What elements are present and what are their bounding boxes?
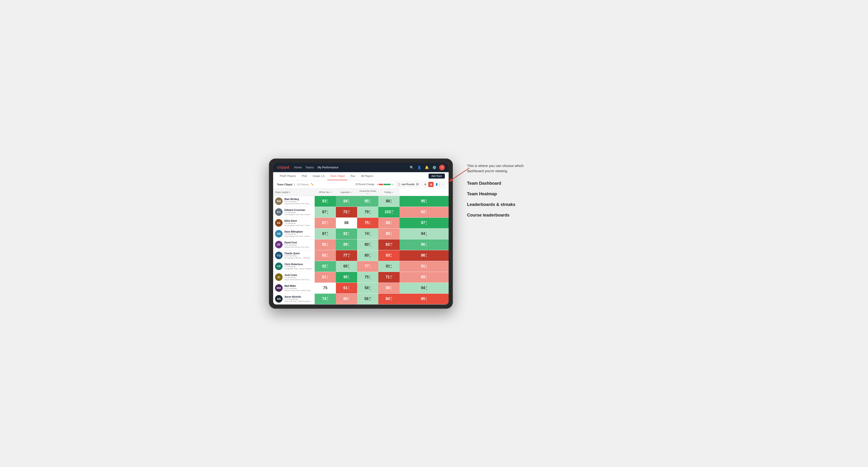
- metric-value: 87: [322, 221, 327, 225]
- metric-inner: 95 9 ▲: [400, 196, 448, 207]
- metric-cell: 79 9 ▲: [357, 207, 378, 217]
- sub-nav-team-clippd[interactable]: Team Clippd: [328, 172, 347, 180]
- table-row[interactable]: EE Elliot Ebert 1-5 Handicap Sunningdale…: [273, 217, 448, 228]
- table-row[interactable]: DF David Ford Plus Handicap Royal North …: [273, 239, 448, 250]
- metric-change: 3 ▼: [327, 275, 328, 279]
- metric-cell: 86 6 ▼: [378, 217, 400, 228]
- bar-red: [379, 184, 383, 185]
- player-avatar: MM: [275, 284, 283, 292]
- player-handicap: Plus Handicap: [284, 244, 313, 246]
- separator: |: [294, 183, 295, 186]
- sub-nav-hcaps[interactable]: Hcaps 1-5: [310, 172, 328, 180]
- metric-change: 2 ▲: [369, 275, 371, 279]
- sub-nav-all-players[interactable]: All Players: [358, 172, 376, 180]
- table-row[interactable]: CQ Charlie Quick 6-10 Handicap St. Georg…: [273, 250, 448, 261]
- metric-change: 9 ▲: [426, 199, 427, 203]
- table-row[interactable]: EC Edward Crossman 1-5 Handicap Sunningd…: [273, 207, 448, 217]
- col-header-approach: Approach —: [336, 189, 357, 196]
- tablet-frame: clippd Home Teams My Performance 🔍 👤 🔔 ⚙…: [269, 158, 453, 309]
- metric-inner: 95 8 ▲: [336, 272, 357, 283]
- metric-change: 2 ▲: [348, 264, 349, 268]
- player-handicap: 1-5 Handicap: [284, 266, 312, 268]
- metric-cell: 84 6 ▲: [336, 196, 357, 207]
- metric-value: 81: [386, 264, 390, 269]
- last-rounds-label: Last Rounds:: [401, 183, 415, 186]
- metric-inner: 86 8 ▼: [400, 250, 448, 261]
- metric-change: 3 ▲: [327, 264, 328, 268]
- metric-cell: 74 8 ▲: [315, 293, 336, 304]
- player-name: Josh Coles: [284, 274, 313, 276]
- table-row[interactable]: BM Blair McHarg Plus Handicap Royal Nort…: [273, 196, 448, 207]
- search-icon[interactable]: 🔍: [409, 165, 414, 170]
- sub-nav-pga[interactable]: PGA: [299, 172, 310, 180]
- table-row[interactable]: JC Josh Coles 1-5 Handicap Royal North D…: [273, 272, 448, 283]
- metric-cell: 83 3 ▼: [315, 250, 336, 261]
- view-person-btn[interactable]: 👤: [434, 182, 439, 187]
- settings-icon[interactable]: ⚙️: [432, 165, 437, 170]
- metric-inner: 83 10 ▼: [378, 239, 400, 250]
- metric-change: 1 ▲: [426, 232, 427, 236]
- annotation-item-3: Course leaderboards: [467, 213, 533, 218]
- player-name: Dave Billingham: [284, 230, 313, 233]
- metric-inner: 82 3 ▲: [315, 261, 336, 272]
- metric-inner: 77 14 ▼: [336, 250, 357, 261]
- metric-cell: 81 4 ▲: [378, 261, 400, 272]
- view-grid-btn[interactable]: ⊞: [423, 182, 428, 187]
- view-heatmap-btn[interactable]: ▦: [428, 182, 434, 187]
- sub-nav-tour[interactable]: Tour: [347, 172, 358, 180]
- metric-value: 84: [385, 297, 390, 301]
- metric-inner: 87 4 ▲: [315, 228, 336, 239]
- table-row[interactable]: DB Dave Billingham 1-5 Handicap Gog Mago…: [273, 228, 448, 239]
- metric-inner: 88: [336, 218, 357, 228]
- metric-value: 73: [343, 210, 347, 214]
- nav-home[interactable]: Home: [294, 165, 302, 169]
- user-icon[interactable]: 👤: [416, 165, 422, 170]
- metric-value: 94: [421, 231, 425, 236]
- metric-value: 82: [343, 231, 348, 236]
- data-table: Player Quality ▾ Off the Tee — Approach …: [273, 189, 448, 305]
- player-name: Blair McHarg: [284, 198, 313, 200]
- player-avatar: EE: [275, 219, 283, 227]
- sub-nav-pgat[interactable]: PGAT Players: [277, 172, 299, 180]
- metric-cell: 97 5 ▲: [400, 217, 448, 228]
- table-row[interactable]: AN Aaron Nicholls 11-15 Handicap Drift G…: [273, 293, 448, 304]
- table-row[interactable]: CR Chris Robertson 1-5 Handicap Craigmil…: [273, 261, 448, 272]
- nav-my-performance[interactable]: My Performance: [317, 165, 338, 169]
- metric-cell: 75 3 ▼: [357, 217, 378, 228]
- player-handicap: 6-10 Handicap: [284, 287, 313, 289]
- metric-inner: 88 1 ▼: [378, 196, 400, 207]
- metric-value: 75: [365, 221, 369, 225]
- metric-inner: 84 21 ▲: [378, 294, 400, 304]
- metric-cell: 87 1 ▲: [315, 207, 336, 217]
- player-cell: CQ Charlie Quick 6-10 Handicap St. Georg…: [273, 250, 315, 261]
- last-rounds-button[interactable]: 📋 Last Rounds: 20: [395, 182, 421, 187]
- metric-value: 81: [322, 275, 327, 279]
- player-cell: MM Matt Miller 6-10 Handicap Woburn Golf…: [273, 283, 315, 293]
- metric-cell: 95 9 ▲: [400, 196, 448, 207]
- metric-cell: 94 3 ▲: [400, 283, 448, 293]
- metric-change: 3 ▲: [426, 286, 427, 290]
- add-team-button[interactable]: Add Team: [429, 174, 445, 179]
- metric-value: 92: [421, 210, 425, 214]
- table-row[interactable]: MM Matt Miller 6-10 Handicap Woburn Golf…: [273, 283, 448, 293]
- metric-change: 3 ▼: [327, 253, 328, 257]
- team-name: Team Clippd: [277, 183, 292, 186]
- bell-icon[interactable]: 🔔: [424, 165, 429, 170]
- metric-inner: 81 4 ▲: [378, 261, 400, 272]
- col-header-putting: Putting —: [378, 189, 400, 196]
- metric-cell: 82 4 ▲: [336, 228, 357, 239]
- metric-inner: 89 7 ▲: [336, 239, 357, 250]
- metric-cell: 58 4 ▲: [357, 283, 378, 293]
- nav-teams[interactable]: Teams: [305, 165, 314, 169]
- player-info: Elliot Ebert 1-5 Handicap Sunningdale Go…: [284, 220, 313, 226]
- metric-value: 96: [421, 243, 425, 247]
- annotation-item-0: Team Dashboard: [467, 181, 533, 186]
- metric-inner: 87 1 ▲: [315, 207, 336, 217]
- metric-change: 6 ▲: [348, 199, 349, 203]
- nav-icons: 🔍 👤 🔔 ⚙️ U: [409, 165, 445, 170]
- player-avatar: BM: [275, 197, 283, 205]
- player-info: Blair McHarg Plus Handicap Royal North D…: [284, 198, 313, 205]
- edit-icon[interactable]: ✏️: [311, 183, 314, 186]
- metric-cell: 103 15 ▲: [378, 207, 400, 217]
- metric-value: 85: [421, 297, 425, 301]
